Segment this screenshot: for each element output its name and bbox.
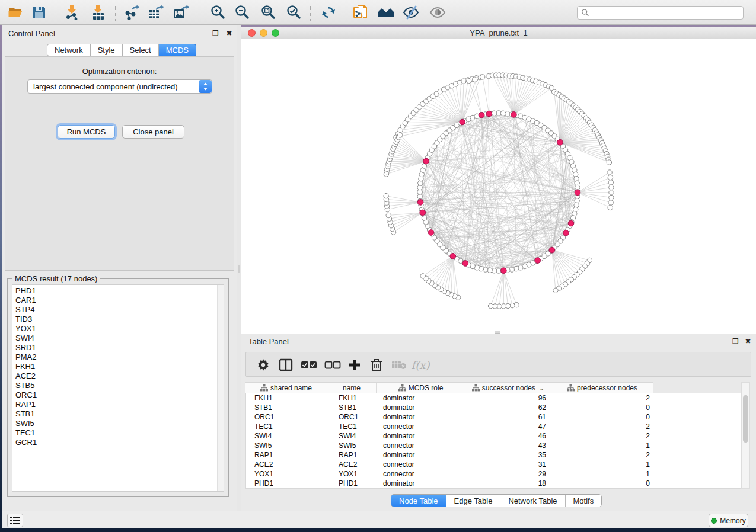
mcds-result-item[interactable]: TID3 [15,315,224,324]
tab-network[interactable]: Network [47,44,91,56]
mcds-result-item[interactable]: SWI5 [15,419,224,428]
search-input[interactable] [589,9,739,17]
network-search-field[interactable] [577,6,744,20]
mcds-result-item[interactable]: FKH1 [15,362,224,371]
import-table-icon[interactable] [90,4,107,21]
unselect-all-columns-icon[interactable] [324,357,341,373]
zoom-selected-icon[interactable] [285,4,302,21]
horizontal-splitter-grip[interactable] [495,331,500,334]
table-toolbar: f(x) [245,352,751,377]
mcds-result-item[interactable]: STB5 [15,381,224,390]
table-row[interactable]: ORC1ORC1dominator610 [246,412,741,422]
select-all-columns-icon[interactable] [301,357,317,373]
table-row[interactable]: FKH1FKH1dominator962 [246,393,741,403]
import-network-icon[interactable] [63,4,81,21]
table-cell: 1 [552,460,654,469]
table-body: FKH1FKH1dominator962STB1STB1dominator620… [245,393,741,489]
close-table-panel-icon[interactable]: ✖ [744,338,752,345]
mcds-result-item[interactable]: PHD1 [15,286,224,296]
column-header-shared-name[interactable]: shared name [245,383,327,394]
split-table-icon[interactable] [277,357,294,373]
mcds-result-item[interactable]: STB1 [15,409,224,419]
table-scrollbar-thumb[interactable] [743,395,748,443]
mcds-list-scrollbar[interactable] [217,285,224,491]
mcds-result-item[interactable]: ACE2 [15,371,224,381]
table-row[interactable]: ACE2ACE2connector311 [246,460,741,469]
float-table-panel-icon[interactable]: ❒ [732,338,739,345]
splitter-grip[interactable] [238,265,240,273]
tab-mcds[interactable]: MCDS [159,44,196,56]
table-cell: STB1 [246,403,328,412]
table-row[interactable]: PHD1PHD1dominator180 [246,479,741,488]
add-column-icon[interactable] [346,357,363,373]
network-window-titlebar[interactable]: YPA_prune.txt_1 [241,27,756,39]
new-network-from-selection-icon[interactable] [352,4,369,21]
show-graphics-details-icon[interactable] [429,4,446,21]
desktop: Control Panel ❒ ✖ Network Style Select M… [0,0,756,532]
delete-table-icon[interactable] [391,357,407,373]
table-cell: connector [377,460,466,469]
mcds-result-item[interactable]: YOX1 [15,324,224,334]
tab-style[interactable]: Style [91,44,123,56]
mcds-result-item[interactable]: TEC1 [15,428,224,438]
zoom-in-icon[interactable] [209,4,227,21]
table-row[interactable]: STB1STB1dominator620 [246,403,741,412]
table-panel: Table Panel ❒ ✖ [241,334,756,511]
mcds-result-item[interactable]: CAR1 [15,296,224,305]
table-cell: SWI4 [328,431,377,441]
run-mcds-button[interactable]: Run MCDS [58,125,115,139]
refresh-layout-icon[interactable] [320,4,337,21]
table-row[interactable]: SWI4SWI4dominator462 [246,431,741,441]
mcds-result-item[interactable]: RAP1 [15,400,224,409]
close-panel-icon[interactable]: ✖ [225,30,233,37]
zoom-out-icon[interactable] [233,4,251,21]
table-cell: 2 [552,450,654,460]
column-settings-icon[interactable] [255,357,272,373]
table-scrollbar[interactable] [741,382,750,489]
table-row[interactable]: TEC1TEC1connector472 [246,422,741,431]
table-cell: PHD1 [328,479,377,488]
delete-columns-icon[interactable] [368,357,385,373]
table-cell: YOX1 [328,469,377,479]
table-cell: FKH1 [246,393,328,403]
table-row[interactable]: RAP1RAP1dominator352 [246,450,741,460]
table-cell: 31 [466,460,552,469]
zoom-fit-icon[interactable] [259,4,277,21]
mcds-result-item[interactable]: PMA2 [15,352,224,362]
table-tab-edge-table[interactable]: Edge Table [446,495,501,507]
table-cell: SWI5 [246,441,328,450]
mcds-result-item[interactable]: GCR1 [15,438,224,447]
memory-button[interactable]: Memory [709,514,748,527]
table-panel-tabs: Node TableEdge TableNetwork TableMotifs [391,494,602,507]
sort-desc-icon: ⌄ [539,384,544,392]
export-network-icon[interactable] [123,4,141,21]
hide-graphics-details-icon[interactable] [402,4,420,21]
optimization-criterion-select[interactable]: largest connected component (undirected) [27,79,212,94]
column-header-name[interactable]: name [327,383,377,394]
column-header-successor-nodes[interactable]: successor nodes⌄ [465,383,551,394]
selected-criterion: largest connected component (undirected) [28,82,199,91]
first-neighbors-icon[interactable] [377,4,395,21]
mcds-result-item[interactable]: SRD1 [15,343,224,352]
column-header-MCDS-role[interactable]: MCDS role [377,383,465,394]
tab-select[interactable]: Select [123,44,159,56]
mcds-result-item[interactable]: ORC1 [15,390,224,400]
open-file-icon[interactable] [7,4,24,21]
mcds-result-item[interactable]: SWI4 [15,334,224,343]
export-image-icon[interactable] [172,4,190,21]
column-header-predecessor-nodes[interactable]: predecessor nodes [551,383,653,394]
table-tab-node-table[interactable]: Node Table [391,495,446,507]
control-panel: Control Panel ❒ ✖ Network Style Select M… [2,25,237,511]
float-panel-icon[interactable]: ❒ [212,30,219,37]
show-panels-list-button[interactable] [7,514,23,527]
table-tab-network-table[interactable]: Network Table [500,495,565,507]
table-row[interactable]: SWI5SWI5connector431 [246,441,741,450]
save-session-icon[interactable] [30,4,48,21]
mcds-result-item[interactable]: STP4 [15,305,224,315]
network-canvas[interactable] [241,39,756,334]
table-tab-motifs[interactable]: Motifs [566,495,602,507]
export-table-icon[interactable] [146,4,164,21]
table-row[interactable]: YOX1YOX1connector291 [246,469,741,479]
close-panel-button[interactable]: Close panel [122,125,184,139]
mcds-result-list[interactable]: PHD1CAR1STP4TID3YOX1SWI4SRD1PMA2FKH1ACE2… [12,284,224,492]
